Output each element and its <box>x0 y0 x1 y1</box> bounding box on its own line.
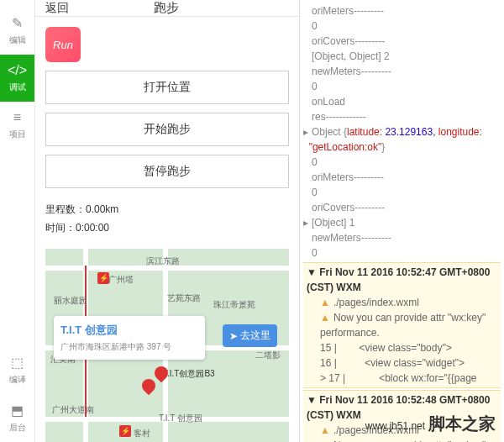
open-location-button[interactable]: 打开位置 <box>45 71 289 104</box>
code-icon: </> <box>8 63 27 78</box>
nav-backend[interactable]: ⬒后台 <box>0 394 34 442</box>
compile-icon: ⬚ <box>11 355 24 371</box>
watermark: www.jb51.net 脚本之家 <box>365 413 496 435</box>
mileage-row: 里程数：0.00km <box>45 200 289 218</box>
callout-title: T.I.T 创意园 <box>60 323 198 338</box>
map-view[interactable]: 滨江东路 广州塔 丽水庭园 艺苑东路 珠江帝景苑 汇美南 二塔影 广州大道南 T… <box>45 249 289 442</box>
nav-project[interactable]: ≡项目 <box>0 102 34 149</box>
goto-button[interactable]: ➤去这里 <box>223 324 277 347</box>
map-marker-icon <box>139 376 159 396</box>
app-header: 返回 跑步 <box>35 0 299 17</box>
pause-run-button[interactable]: 暂停跑步 <box>45 155 289 188</box>
app-logo: Run <box>45 27 81 62</box>
page-title: 跑步 <box>44 0 289 16</box>
pencil-icon: ✎ <box>12 15 23 31</box>
console-panel[interactable]: oriMeters--------- 0 oriCovers--------- … <box>300 0 504 442</box>
metro-icon: ⚡ <box>97 272 109 284</box>
nav-edit[interactable]: ✎编辑 <box>0 7 34 55</box>
phone-simulator: 返回 跑步 Run 打开位置 开始跑步 暂停跑步 里程数：0.00km 时间：0… <box>35 0 300 442</box>
menu-icon: ≡ <box>13 110 21 125</box>
map-callout[interactable]: T.I.T 创意园 广州市海珠区新港中路 397 号 <box>54 316 205 360</box>
server-icon: ⬒ <box>11 403 24 418</box>
nav-compile[interactable]: ⬚编译 <box>0 346 34 394</box>
navigate-icon: ➤ <box>229 330 238 342</box>
time-row: 时间：0:00:00 <box>45 218 289 237</box>
nav-debug[interactable]: </>调试 <box>0 55 34 102</box>
metro-icon: ⚡ <box>119 425 131 437</box>
start-run-button[interactable]: 开始跑步 <box>45 113 289 146</box>
stats-panel: 里程数：0.00km 时间：0:00:00 <box>45 197 289 240</box>
callout-address: 广州市海珠区新港中路 397 号 <box>60 341 198 353</box>
ide-sidebar: ✎编辑 </>调试 ≡项目 ⬚编译 ⬒后台 <box>0 0 35 442</box>
